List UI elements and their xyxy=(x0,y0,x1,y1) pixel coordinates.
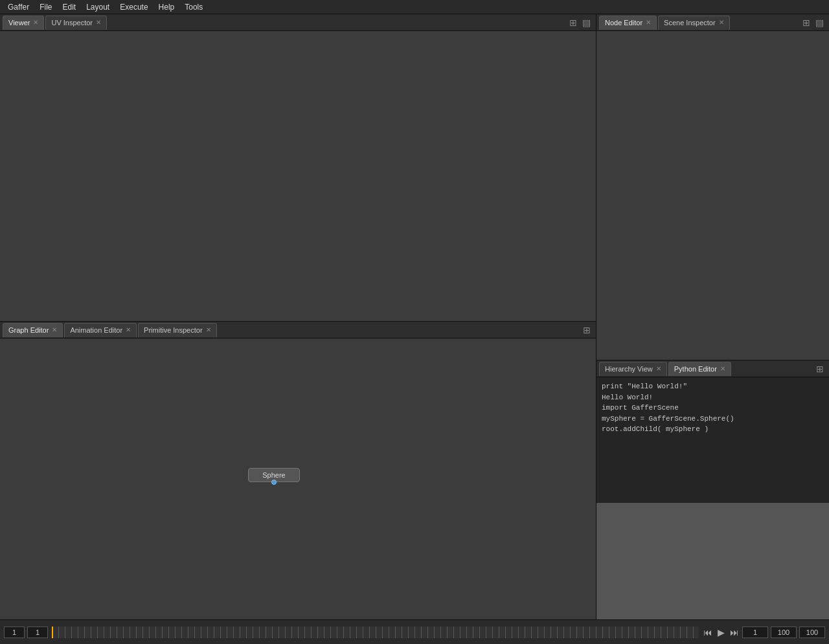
viewer-content xyxy=(0,31,596,321)
menu-file[interactable]: File xyxy=(34,1,57,13)
python-code-output xyxy=(596,503,829,619)
tab-hierarchy-view-close[interactable]: ✕ xyxy=(656,366,661,372)
graph-node-sphere[interactable]: Sphere xyxy=(248,468,300,482)
right-bottom-tab-actions: ⊞ xyxy=(813,363,829,375)
right-top-tab-bar: Node Editor ✕ Scene Inspector ✕ ⊞ ▤ xyxy=(596,14,829,31)
timeline-playhead xyxy=(52,627,53,638)
viewer-menu-btn[interactable]: ▤ xyxy=(580,17,593,28)
right-panel: Node Editor ✕ Scene Inspector ✕ ⊞ ▤ Hier… xyxy=(596,14,829,619)
tab-primitive-inspector-close[interactable]: ✕ xyxy=(206,327,211,333)
timeline-ruler-ticks xyxy=(52,627,699,638)
timeline-end-frame1[interactable] xyxy=(742,627,768,638)
tab-node-editor-label: Node Editor xyxy=(605,19,642,27)
menu-layout[interactable]: Layout xyxy=(81,1,115,13)
tab-animation-editor[interactable]: Animation Editor ✕ xyxy=(64,323,137,337)
viewer-layout-btn[interactable]: ⊞ xyxy=(567,17,580,28)
right-top-menu-btn[interactable]: ▤ xyxy=(813,17,826,28)
right-bottom-tab-bar: Hierarchy View ✕ Python Editor ✕ ⊞ xyxy=(596,361,829,377)
timeline-jump-end-btn[interactable]: ⏭ xyxy=(728,626,741,639)
tab-uv-inspector-close[interactable]: ✕ xyxy=(96,19,101,26)
tab-viewer-close[interactable]: ✕ xyxy=(33,19,38,26)
right-top-layout-btn[interactable]: ⊞ xyxy=(800,17,813,28)
tab-scene-inspector-label: Scene Inspector xyxy=(664,19,716,27)
tab-primitive-inspector[interactable]: Primitive Inspector ✕ xyxy=(138,323,216,337)
viewer-tab-bar: Viewer ✕ UV Inspector ✕ ⊞ ▤ xyxy=(0,14,596,31)
node-editor-content xyxy=(596,31,829,360)
tab-uv-inspector-label: UV Inspector xyxy=(51,19,93,27)
tab-graph-editor-close[interactable]: ✕ xyxy=(52,327,57,333)
tab-python-editor[interactable]: Python Editor ✕ xyxy=(668,362,731,376)
python-editor-content: print "Hello World!" Hello World! import… xyxy=(596,377,829,619)
tab-node-editor[interactable]: Node Editor ✕ xyxy=(599,16,657,30)
viewer-tab-actions: ⊞ ▤ xyxy=(567,17,596,28)
tab-primitive-inspector-label: Primitive Inspector xyxy=(144,326,202,334)
right-bottom-panel: Hierarchy View ✕ Python Editor ✕ ⊞ print… xyxy=(596,361,829,619)
python-code-input[interactable]: print "Hello World!" Hello World! import… xyxy=(596,377,829,503)
menu-tools[interactable]: Tools xyxy=(179,1,208,13)
timeline-controls: ⏮ ▶ ⏭ xyxy=(701,626,741,639)
tab-hierarchy-view-label: Hierarchy View xyxy=(605,365,653,373)
timeline-jump-start-btn[interactable]: ⏮ xyxy=(701,626,714,639)
right-top-panel: Node Editor ✕ Scene Inspector ✕ ⊞ ▤ xyxy=(596,14,829,361)
graph-node-sphere-label: Sphere xyxy=(262,471,285,479)
tab-python-editor-close[interactable]: ✕ xyxy=(720,366,725,372)
menu-execute[interactable]: Execute xyxy=(115,1,153,13)
menu-help[interactable]: Help xyxy=(153,1,180,13)
left-panel: Viewer ✕ UV Inspector ✕ ⊞ ▤ Graph Editor xyxy=(0,14,596,619)
tab-viewer[interactable]: Viewer ✕ xyxy=(3,16,44,30)
timeline: ⏮ ▶ ⏭ xyxy=(0,619,829,644)
menu-gaffer[interactable]: Gaffer xyxy=(3,1,34,13)
menubar: Gaffer File Edit Layout Execute Help Too… xyxy=(0,0,829,14)
menu-edit[interactable]: Edit xyxy=(57,1,81,13)
graph-menu-btn[interactable]: ⊞ xyxy=(580,324,593,336)
tab-graph-editor[interactable]: Graph Editor ✕ xyxy=(3,323,63,337)
tab-graph-editor-label: Graph Editor xyxy=(8,326,49,334)
timeline-current-frame[interactable] xyxy=(27,627,48,638)
tab-animation-editor-label: Animation Editor xyxy=(70,326,122,334)
tab-python-editor-label: Python Editor xyxy=(674,365,717,373)
timeline-fps[interactable] xyxy=(771,627,797,638)
graph-tab-bar: Graph Editor ✕ Animation Editor ✕ Primit… xyxy=(0,322,596,339)
timeline-end-frame2[interactable] xyxy=(799,627,825,638)
timeline-start-frame[interactable] xyxy=(4,627,25,638)
main-layout: Viewer ✕ UV Inspector ✕ ⊞ ▤ Graph Editor xyxy=(0,14,829,619)
tab-hierarchy-view[interactable]: Hierarchy View ✕ xyxy=(599,362,667,376)
right-top-tab-actions: ⊞ ▤ xyxy=(800,17,829,28)
tab-uv-inspector[interactable]: UV Inspector ✕ xyxy=(45,16,107,30)
graph-tab-actions: ⊞ xyxy=(580,324,596,336)
tab-node-editor-close[interactable]: ✕ xyxy=(646,19,651,26)
graph-panel: Graph Editor ✕ Animation Editor ✕ Primit… xyxy=(0,322,596,619)
viewer-panel: Viewer ✕ UV Inspector ✕ ⊞ ▤ xyxy=(0,14,596,322)
tab-animation-editor-close[interactable]: ✕ xyxy=(126,327,131,333)
graph-content[interactable]: Sphere xyxy=(0,339,596,619)
tab-viewer-label: Viewer xyxy=(8,19,30,27)
timeline-play-btn[interactable]: ▶ xyxy=(716,626,727,639)
right-bottom-menu-btn[interactable]: ⊞ xyxy=(813,363,826,375)
tab-scene-inspector-close[interactable]: ✕ xyxy=(719,19,724,26)
graph-node-sphere-output[interactable] xyxy=(271,480,277,485)
tab-scene-inspector[interactable]: Scene Inspector ✕ xyxy=(658,16,730,30)
timeline-ruler[interactable] xyxy=(52,627,699,638)
